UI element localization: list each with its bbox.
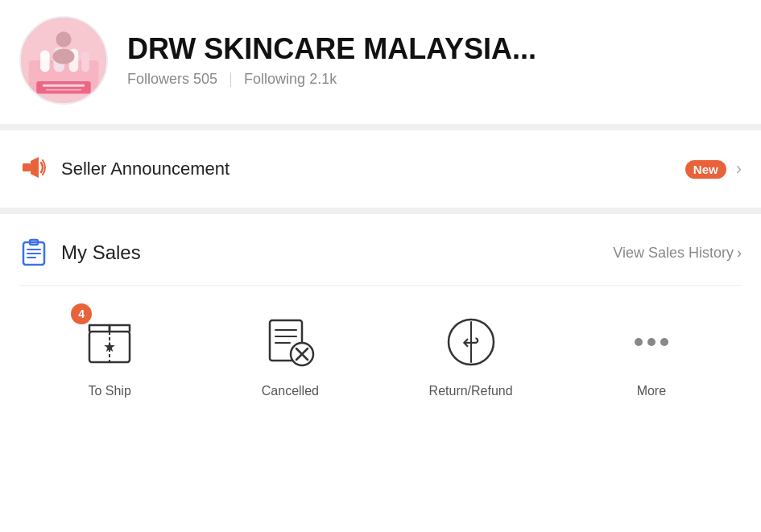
svg-marker-12 — [31, 157, 39, 178]
more-label: More — [637, 384, 666, 398]
sales-item-return[interactable]: ↩ Return/Refund — [381, 310, 561, 398]
svg-point-6 — [56, 31, 71, 47]
to-ship-icon-wrapper: 4 ★ — [77, 310, 142, 374]
svg-rect-2 — [40, 50, 50, 72]
stat-divider — [230, 72, 231, 87]
svg-point-7 — [53, 49, 75, 64]
svg-rect-11 — [23, 163, 31, 171]
avatar[interactable] — [19, 16, 108, 105]
sales-header: My Sales View Sales History › — [19, 214, 742, 286]
return-label: Return/Refund — [429, 384, 513, 398]
sales-icon — [19, 237, 48, 269]
announcement-section[interactable]: Seller Announcement New › — [0, 130, 761, 208]
dot-1 — [635, 338, 643, 346]
sales-item-to-ship[interactable]: 4 ★ To Ship — [19, 310, 200, 398]
following-label: Following — [244, 71, 305, 88]
cancelled-label: Cancelled — [262, 384, 319, 398]
followers-count: 505 — [193, 71, 217, 88]
return-icon-wrapper: ↩ — [439, 310, 503, 374]
sales-section: My Sales View Sales History › 4 ★ — [0, 214, 761, 414]
profile-section: DRW SKINCARE MALAYSIA... Followers 505 F… — [0, 0, 761, 124]
sales-item-more[interactable]: More — [561, 310, 742, 398]
profile-info: DRW SKINCARE MALAYSIA... Followers 505 F… — [127, 33, 742, 89]
announcement-chevron: › — [736, 159, 742, 179]
dot-3 — [660, 338, 668, 346]
divider-2 — [0, 208, 761, 214]
view-history-label: View Sales History — [613, 245, 734, 262]
following-count: 2.1k — [309, 71, 337, 88]
new-badge: New — [685, 160, 726, 179]
cancelled-icon-wrapper — [258, 310, 322, 374]
to-ship-badge: 4 — [71, 303, 92, 324]
more-dots-icon — [635, 338, 668, 346]
sales-items-row: 4 ★ To Ship — [19, 286, 742, 414]
more-icon-wrapper — [619, 310, 684, 374]
view-history-button[interactable]: View Sales History › — [613, 245, 742, 262]
svg-rect-5 — [81, 52, 89, 72]
svg-rect-10 — [46, 89, 81, 91]
followers-label: Followers — [127, 71, 189, 88]
sales-item-cancelled[interactable]: Cancelled — [200, 310, 380, 398]
dot-2 — [647, 338, 656, 346]
view-history-chevron: › — [737, 245, 742, 262]
announcement-text: Seller Announcement — [61, 159, 676, 179]
svg-text:★: ★ — [103, 339, 116, 355]
to-ship-label: To Ship — [88, 384, 130, 398]
svg-rect-9 — [43, 85, 85, 87]
profile-stats: Followers 505 Following 2.1k — [127, 71, 742, 88]
svg-rect-8 — [36, 81, 90, 93]
sales-title: My Sales — [61, 241, 613, 264]
divider-1 — [0, 124, 761, 130]
announcement-icon — [19, 153, 48, 185]
profile-name: DRW SKINCARE MALAYSIA... — [127, 33, 742, 65]
